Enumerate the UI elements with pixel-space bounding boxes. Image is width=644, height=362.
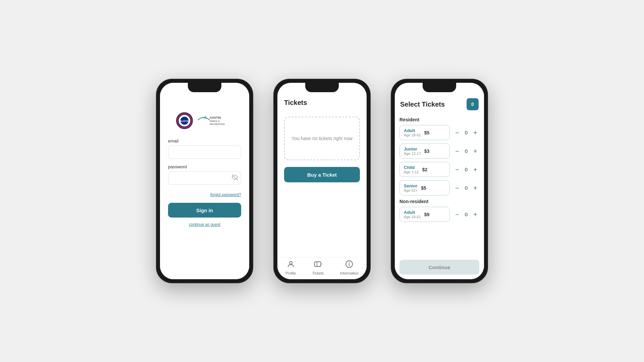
stepper-adult-resident: − 0 +	[453, 129, 479, 136]
tickets-icon	[314, 260, 322, 270]
email-input[interactable]	[168, 145, 241, 159]
ticket-price: $5	[424, 130, 430, 135]
ticket-info-senior-resident: Senior Age 62+ $5	[399, 180, 450, 195]
ticket-type-label: Adult	[404, 210, 421, 215]
guest-link[interactable]: continue as guest	[189, 222, 220, 227]
ticket-row-senior-resident: Senior Age 62+ $5 − 0 +	[399, 180, 479, 195]
select-body: Resident Adult Age 18-61 $5	[395, 114, 484, 257]
nonresident-section-label: Non-resident	[399, 199, 479, 204]
password-input[interactable]	[168, 171, 241, 185]
nav-information[interactable]: Information	[340, 260, 359, 275]
nav-tickets-label: Tickets	[312, 271, 324, 275]
continue-button[interactable]: Continue	[399, 260, 479, 275]
buy-ticket-button[interactable]: Buy a Ticket	[284, 167, 360, 182]
empty-tickets-box: You have no tickets right now	[284, 117, 360, 160]
tickets-body: You have no tickets right now Buy a Tick…	[277, 110, 367, 257]
svg-text:AUSTIN: AUSTIN	[210, 116, 221, 119]
ticket-info-child-resident: Child Age 1-11 $2	[399, 162, 450, 177]
ticket-type-label: Adult	[404, 128, 421, 133]
forgot-password-link[interactable]: forgot password?	[168, 191, 241, 197]
email-group: email	[168, 138, 241, 159]
ticket-type-info: Junior Age 12-17	[404, 146, 421, 156]
logo-area: AUSTIN A AUSTIN PARKS & RECREATION	[176, 112, 233, 129]
profile-icon	[287, 260, 295, 270]
stepper-adult-nonresident: − 0 +	[453, 211, 479, 218]
select-tickets-screen: Select Tickets 0 Resident Adult Age 18-6…	[395, 92, 484, 279]
svg-text:RECREATION: RECREATION	[210, 123, 225, 125]
nav-profile-label: Profile	[285, 271, 296, 275]
increment-junior-resident[interactable]: +	[471, 148, 479, 155]
phones-container: AUSTIN A AUSTIN PARKS & RECREATION	[143, 65, 501, 297]
ticket-age-label: Age 18-61	[404, 133, 421, 137]
ticket-price: $5	[421, 185, 426, 191]
password-group: password	[168, 164, 241, 185]
svg-text:AUSTIN: AUSTIN	[180, 120, 189, 122]
austin-parks-logo: A AUSTIN PARKS & RECREATION	[196, 113, 233, 128]
svg-text:PARKS &: PARKS &	[210, 120, 220, 122]
ticket-age-label: Age 62+	[404, 188, 418, 192]
ticket-price: $3	[424, 148, 430, 154]
email-label: email	[168, 138, 241, 143]
password-label: password	[168, 164, 241, 169]
ticket-price: $2	[422, 167, 428, 172]
notch-2	[305, 83, 339, 92]
qty-senior-resident: 0	[464, 185, 469, 191]
stepper-child-resident: − 0 +	[453, 166, 479, 173]
ticket-row-adult-resident: Adult Age 18-61 $5 − 0 +	[399, 125, 479, 140]
ticket-type-label: Child	[404, 165, 419, 170]
phone-select-tickets: Select Tickets 0 Resident Adult Age 18-6…	[391, 79, 488, 283]
qty-junior-resident: 0	[464, 148, 469, 154]
nav-tickets[interactable]: Tickets	[312, 260, 324, 275]
ticket-count-badge: 0	[467, 98, 479, 110]
svg-point-10	[289, 261, 292, 264]
password-wrapper	[168, 171, 241, 185]
ticket-row-junior-resident: Junior Age 12-17 $3 − 0 +	[399, 143, 479, 159]
increment-adult-resident[interactable]: +	[471, 129, 479, 136]
login-screen: AUSTIN A AUSTIN PARKS & RECREATION	[160, 92, 249, 279]
nav-information-label: Information	[340, 271, 359, 275]
city-seal-icon: AUSTIN	[176, 112, 193, 129]
phone-login: AUSTIN A AUSTIN PARKS & RECREATION	[156, 79, 253, 283]
ticket-type-info: Senior Age 62+	[404, 183, 418, 192]
increment-senior-resident[interactable]: +	[471, 185, 479, 191]
qty-adult-resident: 0	[464, 130, 469, 135]
decrement-adult-nonresident[interactable]: −	[453, 211, 461, 218]
phone-tickets: Tickets You have no tickets right now Bu…	[273, 79, 371, 283]
ticket-info-adult-nonresident: Adult Age 18-61 $9	[399, 207, 450, 222]
increment-child-resident[interactable]: +	[471, 166, 479, 173]
information-icon	[345, 260, 353, 270]
tickets-title: Tickets	[277, 92, 367, 110]
ticket-age-label: Age 1-11	[404, 170, 419, 174]
decrement-child-resident[interactable]: −	[453, 166, 461, 173]
notch-1	[188, 83, 221, 92]
ticket-info-adult-resident: Adult Age 18-61 $5	[399, 125, 450, 140]
bottom-nav: Profile Tickets	[277, 257, 367, 279]
ticket-info-junior-resident: Junior Age 12-17 $3	[399, 143, 450, 159]
select-tickets-title: Select Tickets	[400, 101, 445, 108]
notch-3	[423, 83, 456, 92]
ticket-row-child-resident: Child Age 1-11 $2 − 0 +	[399, 162, 479, 177]
ticket-type-info: Adult Age 18-61	[404, 128, 421, 137]
ticket-age-label: Age 12-17	[404, 152, 421, 156]
sign-in-button[interactable]: Sign in	[168, 203, 241, 218]
toggle-password-icon[interactable]	[232, 174, 238, 182]
ticket-type-label: Senior	[404, 183, 418, 188]
ticket-type-info: Adult Age 18-61	[404, 210, 421, 219]
increment-adult-nonresident[interactable]: +	[471, 211, 479, 218]
resident-section-label: Resident	[399, 117, 479, 122]
empty-tickets-text: You have no tickets right now	[291, 136, 353, 141]
ticket-row-adult-nonresident: Adult Age 18-61 $9 − 0 +	[399, 207, 479, 222]
ticket-type-info: Child Age 1-11	[404, 165, 419, 174]
stepper-senior-resident: − 0 +	[453, 185, 479, 191]
decrement-senior-resident[interactable]: −	[453, 185, 461, 191]
decrement-junior-resident[interactable]: −	[453, 148, 461, 155]
ticket-type-label: Junior	[404, 146, 421, 152]
nav-profile[interactable]: Profile	[285, 260, 296, 275]
ticket-age-label: Age 18-61	[404, 215, 421, 219]
ticket-price: $9	[424, 212, 430, 217]
qty-adult-nonresident: 0	[464, 212, 469, 217]
decrement-adult-resident[interactable]: −	[453, 129, 461, 136]
tickets-screen: Tickets You have no tickets right now Bu…	[277, 92, 367, 279]
qty-child-resident: 0	[464, 167, 469, 172]
select-header: Select Tickets 0	[395, 92, 484, 114]
